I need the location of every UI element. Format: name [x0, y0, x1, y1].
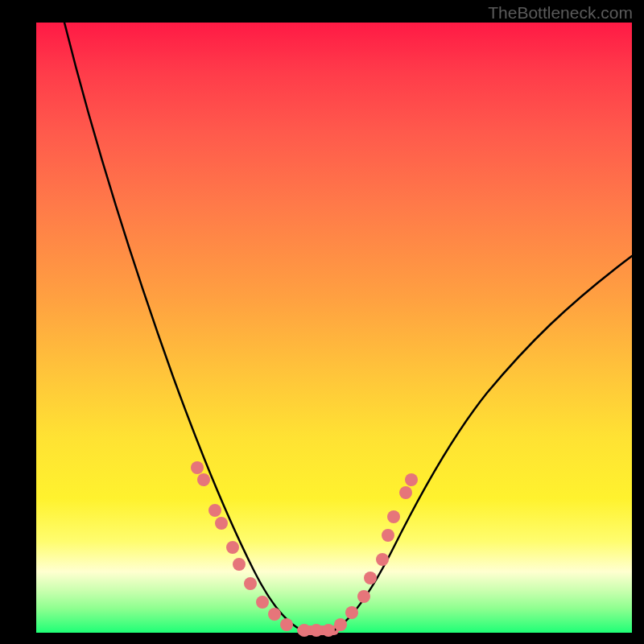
marker: [226, 541, 239, 554]
marker: [244, 577, 257, 590]
marker: [280, 618, 293, 631]
marker: [405, 473, 418, 486]
marker: [364, 572, 377, 584]
left-curve: [64, 23, 302, 630]
marker: [208, 504, 221, 517]
marker: [233, 558, 246, 571]
marker: [399, 486, 412, 499]
watermark-text: TheBottleneck.com: [488, 3, 633, 23]
marker: [191, 461, 204, 474]
markers-group: [191, 461, 418, 637]
marker: [376, 553, 389, 566]
marker: [197, 473, 210, 486]
marker: [256, 596, 269, 609]
chart-svg: [36, 23, 632, 633]
marker: [322, 624, 335, 637]
marker: [387, 510, 400, 523]
marker: [268, 608, 281, 621]
marker: [334, 618, 347, 631]
marker: [382, 529, 394, 542]
marker: [298, 624, 311, 637]
right-curve: [334, 256, 632, 630]
chart-frame: TheBottleneck.com: [0, 0, 644, 644]
marker: [215, 517, 228, 530]
marker: [357, 590, 370, 603]
marker: [345, 606, 358, 619]
marker: [310, 624, 323, 637]
